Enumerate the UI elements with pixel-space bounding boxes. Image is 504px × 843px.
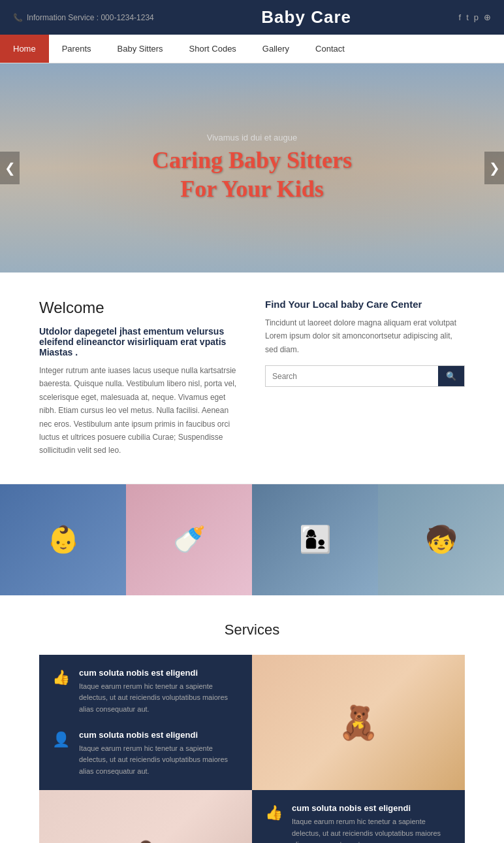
service-text-1: cum soluta nobis est eligendi Itaque ear… bbox=[79, 668, 239, 716]
nav-parents[interactable]: Parents bbox=[49, 35, 104, 63]
nav-contact[interactable]: Contact bbox=[302, 35, 358, 63]
rss-icon[interactable]: ⊕ bbox=[484, 12, 491, 22]
service-icon-3: 👍 bbox=[265, 804, 283, 821]
hero-title-line1: Caring Baby Sitters bbox=[152, 147, 352, 173]
services-image-bottom-emoji: 👶 bbox=[125, 839, 166, 843]
hero-section: ❮ Vivamus id dui et augue Caring Baby Si… bbox=[0, 63, 504, 273]
hero-prev-arrow[interactable]: ❮ bbox=[0, 152, 20, 184]
photo-strip-wrapper: 👶 🍼 👩‍👦 🧒 bbox=[0, 484, 504, 595]
photo-placeholder-3: 👩‍👦 bbox=[252, 484, 378, 595]
search-button[interactable]: 🔍 bbox=[438, 366, 464, 386]
hero-title-line2: For Your Kids bbox=[180, 176, 323, 202]
service-text-3: cum soluta nobis est eligendi Itaque ear… bbox=[292, 803, 452, 843]
photo-item-1: 👶 bbox=[0, 484, 126, 595]
photo-placeholder-2: 🍼 bbox=[126, 484, 252, 595]
photo-item-2: 🍼 bbox=[126, 484, 252, 595]
search-bar: 🔍 bbox=[265, 365, 465, 387]
welcome-subtitle: Utdolor dapegetel jhast ementum velursus… bbox=[39, 326, 239, 357]
service-icon-2: 👤 bbox=[52, 731, 70, 748]
services-left-top: 👍 cum soluta nobis est eligendi Itaque e… bbox=[39, 655, 252, 791]
find-center-heading: Find Your Local baby Care Center bbox=[265, 299, 465, 310]
hero-content: Vivamus id dui et augue Caring Baby Sitt… bbox=[152, 133, 352, 203]
welcome-body: Integer rutrum ante iuases lacus useque … bbox=[39, 364, 239, 457]
service-title-3: cum soluta nobis est eligendi bbox=[292, 803, 452, 813]
welcome-heading: Welcome bbox=[39, 299, 239, 317]
pinterest-icon[interactable]: p bbox=[474, 12, 479, 22]
phone-number: Information Service : 000-1234-1234 bbox=[27, 13, 154, 22]
services-section: Services 👍 cum soluta nobis est eligendi… bbox=[0, 595, 504, 843]
welcome-left: Welcome Utdolor dapegetel jhast ementum … bbox=[39, 299, 239, 457]
service-item-1: 👍 cum soluta nobis est eligendi Itaque e… bbox=[52, 668, 239, 716]
photo-placeholder-1: 👶 bbox=[0, 484, 126, 595]
search-input[interactable] bbox=[266, 366, 438, 386]
services-image-bottom: 👶 bbox=[39, 790, 252, 843]
nav-home[interactable]: Home bbox=[0, 35, 49, 63]
nav-short-codes[interactable]: Short Codes bbox=[176, 35, 249, 63]
site-title: Baby Care bbox=[261, 7, 351, 27]
services-image-top: 🧸 bbox=[252, 655, 465, 791]
service-body-2: Itaque earum rerum hic tenetur a sapient… bbox=[79, 743, 239, 778]
top-header: 📞 Information Service : 000-1234-1234 Ba… bbox=[0, 0, 504, 35]
service-title-2: cum soluta nobis est eligendi bbox=[79, 730, 239, 740]
welcome-section: Welcome Utdolor dapegetel jhast ementum … bbox=[0, 273, 504, 484]
social-icons: f t p ⊕ bbox=[459, 12, 491, 22]
services-grid: 👍 cum soluta nobis est eligendi Itaque e… bbox=[39, 655, 465, 843]
nav-baby-sitters[interactable]: Baby Sitters bbox=[104, 35, 176, 63]
welcome-right: Find Your Local baby Care Center Tincidu… bbox=[265, 299, 465, 457]
services-image-top-emoji: 🧸 bbox=[338, 704, 379, 742]
hero-next-arrow[interactable]: ❯ bbox=[484, 152, 504, 184]
facebook-icon[interactable]: f bbox=[459, 12, 462, 22]
photo-item-3: 👩‍👦 bbox=[252, 484, 378, 595]
service-body-1: Itaque earum rerum hic tenetur a sapient… bbox=[79, 681, 239, 716]
phone-icon: 📞 bbox=[13, 13, 23, 22]
find-center-body: Tincidunt ut laoreet dolore magna aliqua… bbox=[265, 316, 465, 356]
nav-gallery[interactable]: Gallery bbox=[249, 35, 302, 63]
photo-strip: 👶 🍼 👩‍👦 🧒 bbox=[0, 484, 504, 595]
twitter-icon[interactable]: t bbox=[466, 12, 469, 22]
services-heading: Services bbox=[39, 621, 465, 638]
service-item-3: 👍 cum soluta nobis est eligendi Itaque e… bbox=[265, 803, 452, 843]
phone-info: 📞 Information Service : 000-1234-1234 bbox=[13, 13, 154, 22]
service-icon-1: 👍 bbox=[52, 669, 70, 686]
hero-sub-text: Vivamus id dui et augue bbox=[152, 133, 352, 142]
hero-title: Caring Baby Sitters For Your Kids bbox=[152, 146, 352, 203]
photo-item-4: 🧒 bbox=[378, 484, 504, 595]
service-item-2: 👤 cum soluta nobis est eligendi Itaque e… bbox=[52, 730, 239, 778]
service-body-3: Itaque earum rerum hic tenetur a sapient… bbox=[292, 816, 452, 843]
photo-placeholder-4: 🧒 bbox=[378, 484, 504, 595]
services-right-bottom: 👍 cum soluta nobis est eligendi Itaque e… bbox=[252, 790, 465, 843]
main-nav: Home Parents Baby Sitters Short Codes Ga… bbox=[0, 35, 504, 63]
service-title-1: cum soluta nobis est eligendi bbox=[79, 668, 239, 678]
service-text-2: cum soluta nobis est eligendi Itaque ear… bbox=[79, 730, 239, 778]
